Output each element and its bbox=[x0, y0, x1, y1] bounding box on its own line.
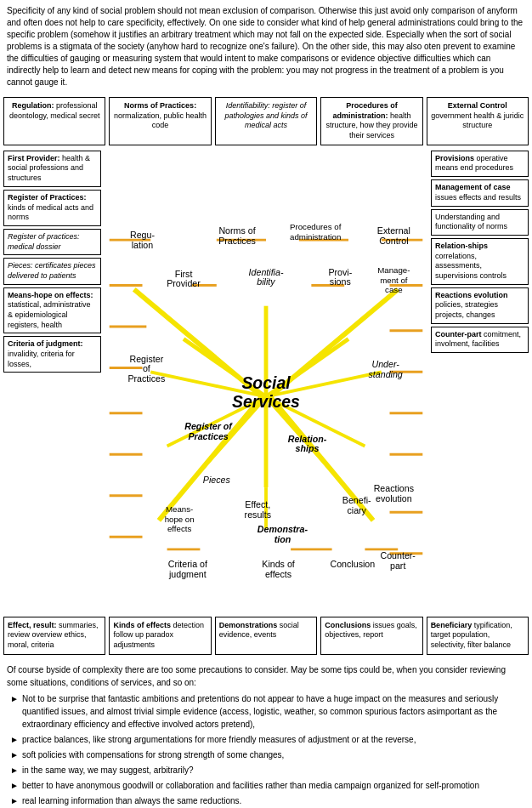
svg-text:ciary: ciary bbox=[347, 505, 366, 515]
legend-box-norms-body: normalization, public health code bbox=[114, 111, 207, 130]
svg-text:judgment: judgment bbox=[168, 569, 207, 579]
svg-text:Social: Social bbox=[241, 373, 291, 391]
right-side-boxes: Provisions operative means end procedure… bbox=[431, 151, 529, 612]
diagram-svg: Regu- lation Norms of Practices Procedur… bbox=[101, 151, 431, 610]
svg-text:Register of: Register of bbox=[184, 421, 233, 431]
left-box-first-provider: First Provider: health & social professi… bbox=[3, 151, 101, 187]
right-box-counterpart: Counter-part comitment, involment, facil… bbox=[431, 327, 529, 353]
bottom-boxes-row: Effect, result: summaries, review overvi… bbox=[3, 617, 529, 655]
bottom-box-demonstrations: Demonstrations social evidence, events bbox=[215, 617, 317, 655]
left-box-means-hope: Means-hope on effects: statistical, admi… bbox=[3, 287, 101, 334]
footer-intro: Of course byside of complexity there are… bbox=[7, 663, 525, 689]
svg-text:Kinds of: Kinds of bbox=[262, 559, 295, 569]
svg-text:administration: administration bbox=[290, 232, 341, 242]
legend-box-norms-title: Norms of Practices: bbox=[124, 101, 196, 110]
svg-text:Criteria of: Criteria of bbox=[168, 559, 207, 569]
legend-box-identifiability-title: Identifiability: register of pathologies… bbox=[224, 101, 307, 129]
legend-box-external-body: government health & juridic structure bbox=[431, 111, 524, 130]
footer-text: Of course byside of complexity there are… bbox=[3, 660, 529, 808]
svg-text:Practices: Practices bbox=[218, 236, 256, 246]
svg-text:hope on: hope on bbox=[165, 515, 195, 524]
svg-text:External: External bbox=[377, 225, 410, 236]
left-box-register-practices: Register of Practices: kinds of medical … bbox=[3, 190, 101, 226]
bottom-box-effect-result: Effect, result: summaries, review overvi… bbox=[3, 617, 105, 655]
svg-text:evolution: evolution bbox=[376, 492, 412, 503]
page-container: Specificity of any kind of social proble… bbox=[0, 0, 532, 808]
svg-text:bility: bility bbox=[257, 276, 275, 287]
svg-text:standing: standing bbox=[369, 369, 403, 379]
legend-box-external-control: External Control government health & jur… bbox=[427, 97, 529, 145]
footer-bullet-3: ► soft policies with compensations for s… bbox=[7, 748, 525, 761]
footer-bullet-6: ► real learning information than always … bbox=[7, 794, 525, 807]
legend-box-regulation: Regulation: professional deontology, med… bbox=[3, 97, 105, 145]
footer-bullet-2: ► practice balances, like strong argumen… bbox=[7, 733, 525, 746]
svg-text:Register: Register bbox=[130, 353, 164, 363]
svg-text:Services: Services bbox=[232, 392, 300, 411]
svg-text:Regu-: Regu- bbox=[130, 230, 155, 240]
intro-text: Specificity of any kind of social proble… bbox=[3, 3, 529, 90]
svg-text:Identifia-: Identifia- bbox=[249, 267, 284, 277]
legend-box-procedures-title: Procedures of administration: bbox=[332, 101, 397, 120]
legend-box-procedures: Procedures of administration: health str… bbox=[320, 97, 422, 145]
left-side-boxes: First Provider: health & social professi… bbox=[3, 151, 101, 612]
svg-text:tion: tion bbox=[274, 534, 291, 544]
svg-text:Pieces: Pieces bbox=[203, 475, 231, 485]
svg-text:part: part bbox=[390, 560, 405, 571]
legend-box-identifiability: Identifiability: register of pathologies… bbox=[215, 97, 317, 145]
svg-text:Provider: Provider bbox=[167, 278, 201, 288]
legend-box-external-title: External Control bbox=[448, 101, 507, 110]
svg-text:ment of: ment of bbox=[380, 275, 408, 284]
svg-text:Procedures of: Procedures of bbox=[290, 222, 342, 231]
right-box-relationships: Relation-ships correlations, assessments… bbox=[431, 238, 529, 285]
right-box-reactions: Reactions evolution policies, strategies… bbox=[431, 287, 529, 324]
svg-text:Demonstra-: Demonstra- bbox=[258, 524, 308, 534]
svg-text:effects: effects bbox=[265, 569, 291, 579]
footer-bullet-4: ► in the same way, we may suggest, arbit… bbox=[7, 764, 525, 777]
svg-text:Relation-: Relation- bbox=[288, 434, 327, 444]
right-box-management: Management of case issues effects and re… bbox=[431, 179, 529, 206]
svg-text:Manage-: Manage- bbox=[377, 265, 410, 275]
bottom-box-kinds-effects: Kinds of effects detection follow up par… bbox=[109, 617, 211, 655]
bottom-box-conclusions: Conclusions issues goals, objectives, re… bbox=[320, 617, 422, 655]
legend-box-norms: Norms of Practices: normalization, publi… bbox=[109, 97, 211, 145]
left-box-criteria: Criteria of judgment: invalidity, criter… bbox=[3, 336, 101, 373]
svg-text:Effect,: Effect, bbox=[245, 499, 270, 509]
svg-text:of: of bbox=[143, 363, 150, 373]
svg-text:Control: Control bbox=[379, 236, 408, 246]
svg-text:case: case bbox=[385, 285, 402, 294]
svg-text:lation: lation bbox=[132, 240, 154, 250]
svg-text:Conclusion: Conclusion bbox=[330, 559, 375, 569]
svg-text:Means-: Means- bbox=[166, 504, 193, 514]
svg-text:effects: effects bbox=[167, 524, 192, 533]
bottom-box-beneficiary: Beneficiary typification, target populat… bbox=[427, 617, 529, 655]
center-diagram: Regu- lation Norms of Practices Procedur… bbox=[101, 151, 431, 612]
svg-text:ships: ships bbox=[296, 443, 320, 453]
legend-row: Regulation: professional deontology, med… bbox=[3, 97, 529, 145]
left-box-pieces: Pieces: certificates pieces delivered to… bbox=[3, 258, 101, 284]
svg-text:sions: sions bbox=[330, 276, 351, 287]
footer-bullet-5: ► better to have anonymous goodwill or c… bbox=[7, 779, 525, 792]
svg-text:Counter-: Counter- bbox=[380, 550, 416, 560]
svg-text:Practices: Practices bbox=[188, 431, 228, 441]
legend-box-regulation-title: Regulation: bbox=[12, 101, 54, 110]
right-box-provisions: Provisions operative means end procedure… bbox=[431, 151, 529, 177]
footer-bullet-1: ► Not to be surprise that fantastic ambi… bbox=[7, 692, 525, 731]
svg-text:Provi-: Provi- bbox=[328, 267, 352, 277]
svg-text:results: results bbox=[245, 509, 271, 520]
left-box-register-italic: Register of practices: medical dossier bbox=[3, 229, 101, 255]
svg-text:Benefi-: Benefi- bbox=[342, 495, 371, 505]
diagram-area: First Provider: health & social professi… bbox=[3, 151, 529, 612]
svg-text:Under-: Under- bbox=[371, 359, 399, 369]
svg-text:Practices: Practices bbox=[127, 373, 165, 384]
svg-text:Norms of: Norms of bbox=[218, 225, 255, 236]
svg-text:Reactions: Reactions bbox=[374, 483, 414, 493]
svg-text:First: First bbox=[175, 269, 193, 279]
right-box-understanding: Understanding and functionality of norms bbox=[431, 209, 529, 236]
